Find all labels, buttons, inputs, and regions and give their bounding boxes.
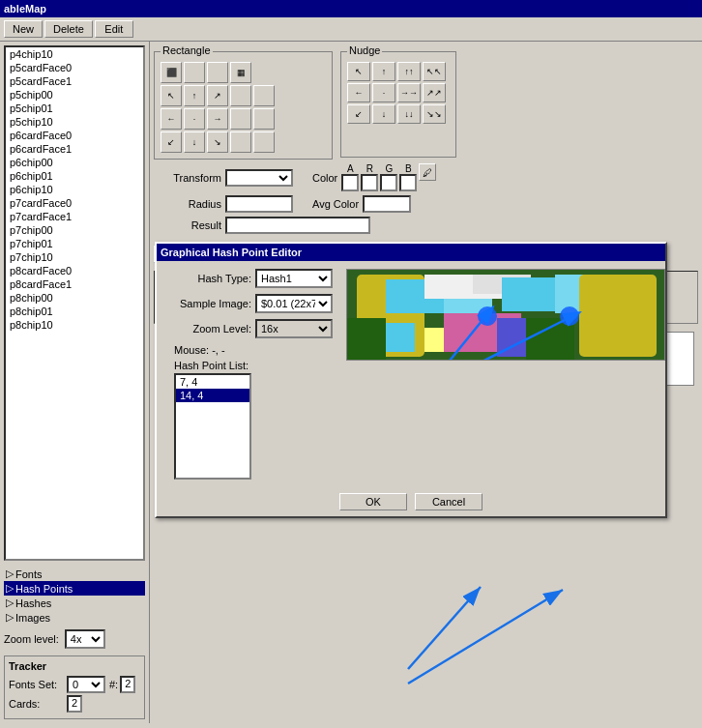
hash-type-select[interactable]: Hash1 Hash2 Hash3 [255,269,333,288]
result-label: Result [154,219,221,231]
result-input[interactable] [225,217,370,234]
nudge-btn-5[interactable]: ← [347,83,370,102]
list-item[interactable]: p8cardFace0 [6,264,143,277]
rect-btn-6[interactable]: ↑ [184,85,205,106]
list-item[interactable]: p4chip10 [6,47,143,61]
list-item[interactable]: p5chip00 [6,88,143,102]
new-button[interactable]: New [4,20,43,38]
list-item[interactable]: p7cardFace1 [6,210,143,223]
nudge-btn-1[interactable]: ↖ [347,62,370,81]
tracker-title: Tracker [9,660,140,672]
fonts-set-select[interactable]: 0 [67,676,105,693]
list-item[interactable]: p8cardFace1 [6,277,143,291]
expand-icon-hp: ▷ [6,582,14,595]
rect-btn-9[interactable] [253,85,275,106]
rect-btn-7[interactable]: ↗ [207,85,228,106]
list-item[interactable]: p6cardFace0 [6,129,143,142]
list-item[interactable]: p7cardFace0 [6,196,143,210]
rect-btn-17[interactable]: ↘ [207,131,228,153]
list-item[interactable]: p7chip10 [6,250,143,264]
sidebar-list[interactable]: p4chip10p5cardFace0p5cardFace1p5chip00p5… [4,45,145,561]
rect-btn-11[interactable]: · [184,108,205,130]
rect-btn-1[interactable]: ⬛ [161,62,182,83]
list-item[interactable]: p5chip01 [6,102,143,115]
rect-btn-4[interactable]: ▦ [230,62,251,83]
rect-btn-15[interactable]: ↙ [161,131,182,153]
list-item[interactable]: p8chip10 [6,318,143,332]
delete-button[interactable]: Delete [44,20,93,38]
mouse-label: Mouse: -, - [164,344,338,356]
sidebar-item-images[interactable]: ▷ Images [4,610,145,625]
rect-btn-3[interactable] [207,62,228,83]
rect-btn-13[interactable] [230,108,251,130]
zoom-select[interactable]: 4x 1x 2x 8x 16x [65,629,105,649]
zoom-level-label: Zoom Level: [164,323,251,335]
eyedropper-button[interactable]: 🖊 [419,163,436,181]
nudge-btn-3[interactable]: ↑↑ [397,62,421,81]
nudge-btn-4[interactable]: ↖↖ [423,62,446,81]
list-item[interactable]: p6chip01 [6,169,143,183]
hash-list-item[interactable]: 14, 4 [176,389,249,402]
sidebar: p4chip10p5cardFace0p5cardFace1p5chip00p5… [0,42,150,723]
b-label: B [405,163,412,174]
nudge-btn-2[interactable]: ↑ [372,62,395,81]
rect-btn-16[interactable]: ↓ [184,131,205,153]
nudge-btn-11[interactable]: ↓↓ [397,104,421,124]
sample-image-select[interactable]: $0.01 (22x7) [255,294,333,313]
color-col-b: B [399,163,417,191]
list-item[interactable]: p6cardFace1 [6,142,143,156]
transform-select[interactable] [225,169,293,187]
rect-btn-19[interactable] [253,131,275,153]
form-section: Transform Color A R G [154,163,698,238]
rect-btn-10[interactable]: ← [161,108,182,130]
list-item[interactable]: p8chip00 [6,291,143,305]
avg-color-label: Avg Color [312,198,359,210]
cancel-button[interactable]: Cancel [415,493,483,510]
sidebar-item-hashes[interactable]: ▷ Hashes [4,596,145,610]
zoom-level-select[interactable]: 16x 1x 2x 4x 8x [255,319,333,338]
rect-btn-8[interactable] [230,85,251,106]
nudge-btn-9[interactable]: ↙ [347,104,370,124]
ok-button[interactable]: OK [339,493,407,510]
sidebar-item-hash-points[interactable]: ▷ Hash Points [4,581,145,596]
list-item[interactable]: p8chip01 [6,305,143,318]
nudge-btn-12[interactable]: ↘↘ [423,104,446,124]
list-item[interactable]: p5cardFace1 [6,74,143,88]
color-label: Color [312,172,337,184]
color-boxes: A R G B [341,163,436,191]
rect-btn-5[interactable]: ↖ [161,85,182,106]
avg-color-box [363,195,411,213]
rect-btn-14[interactable] [253,108,275,130]
sidebar-item-fonts[interactable]: ▷ Fonts [4,567,145,581]
list-item[interactable]: p6chip10 [6,183,143,196]
list-item[interactable]: p7chip01 [6,237,143,250]
edit-button[interactable]: Edit [95,20,133,38]
hash-list-box[interactable]: 7, 414, 4 [174,373,251,480]
result-row: Result [154,217,698,234]
rect-btn-12[interactable]: → [207,108,228,130]
list-item[interactable]: p5cardFace0 [6,61,143,74]
nudge-btn-7[interactable]: →→ [397,83,421,102]
list-item[interactable]: p7chip00 [6,223,143,237]
hash-num-value: 2 [120,676,135,693]
main-window: ableMap New Delete Edit p4chip10p5cardFa… [0,0,702,728]
nudge-btn-6[interactable]: · [372,83,395,102]
nudge-btn-8[interactable]: ↗↗ [423,83,446,102]
color-box-g [380,174,397,191]
zoom-level-row: Zoom Level: 16x 1x 2x 4x 8x [164,319,338,338]
radius-input[interactable] [225,195,293,213]
image-preview[interactable] [346,269,665,361]
title-text: ableMap [4,3,46,15]
rect-btn-18[interactable] [230,131,251,153]
dialog-content: Hash Type: Hash1 Hash2 Hash3 Sample Imag… [157,261,665,487]
toolbar: New Delete Edit [0,17,702,42]
hash-list-label: Hash Point List: [164,360,338,371]
rect-btn-2[interactable] [184,62,205,83]
list-item[interactable]: p5chip10 [6,115,143,129]
hash-list-item[interactable]: 7, 4 [176,375,249,389]
title-bar: ableMap [0,0,702,17]
list-item[interactable]: p6chip00 [6,156,143,169]
color-col-a: A [341,163,359,191]
dialog-buttons: OK Cancel [157,487,665,516]
nudge-btn-10[interactable]: ↓ [372,104,395,124]
